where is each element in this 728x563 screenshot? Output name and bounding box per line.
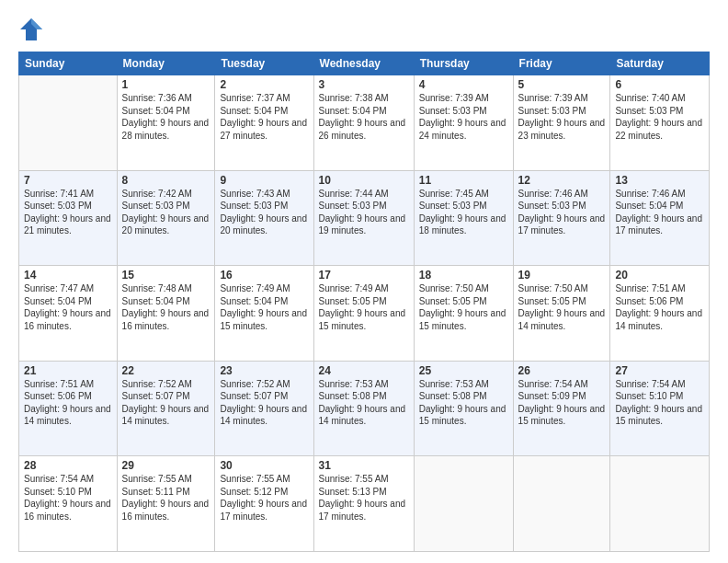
calendar-cell: 8Sunrise: 7:42 AM Sunset: 5:03 PM Daylig… xyxy=(117,170,215,266)
calendar-cell: 22Sunrise: 7:52 AM Sunset: 5:07 PM Dayli… xyxy=(117,361,215,456)
calendar-cell: 20Sunrise: 7:51 AM Sunset: 5:06 PM Dayli… xyxy=(610,266,710,362)
day-info: Sunrise: 7:51 AM Sunset: 5:06 PM Dayligh… xyxy=(615,282,704,332)
day-info: Sunrise: 7:39 AM Sunset: 5:03 PM Dayligh… xyxy=(518,92,606,142)
calendar-week-row: 7Sunrise: 7:41 AM Sunset: 5:03 PM Daylig… xyxy=(19,170,710,266)
logo-icon xyxy=(18,17,44,42)
day-number: 9 xyxy=(220,174,308,187)
day-info: Sunrise: 7:53 AM Sunset: 5:08 PM Dayligh… xyxy=(319,378,409,428)
day-number: 30 xyxy=(220,459,308,472)
calendar-cell: 25Sunrise: 7:53 AM Sunset: 5:08 PM Dayli… xyxy=(414,361,513,456)
day-info: Sunrise: 7:46 AM Sunset: 5:03 PM Dayligh… xyxy=(518,188,606,237)
calendar-cell xyxy=(19,75,118,171)
weekday-header-sunday: Sunday xyxy=(19,52,118,75)
page-header xyxy=(18,17,710,42)
day-info: Sunrise: 7:39 AM Sunset: 5:03 PM Dayligh… xyxy=(419,92,508,142)
day-info: Sunrise: 7:50 AM Sunset: 5:05 PM Dayligh… xyxy=(518,282,606,332)
day-number: 16 xyxy=(220,269,308,282)
day-number: 31 xyxy=(319,459,409,472)
calendar-week-row: 1Sunrise: 7:36 AM Sunset: 5:04 PM Daylig… xyxy=(19,75,710,171)
day-info: Sunrise: 7:42 AM Sunset: 5:03 PM Dayligh… xyxy=(122,188,210,237)
calendar-cell: 24Sunrise: 7:53 AM Sunset: 5:08 PM Dayli… xyxy=(313,361,414,456)
day-number: 29 xyxy=(122,459,210,472)
day-info: Sunrise: 7:49 AM Sunset: 5:05 PM Dayligh… xyxy=(319,282,409,332)
day-number: 15 xyxy=(122,269,210,282)
day-number: 14 xyxy=(24,269,112,282)
day-info: Sunrise: 7:51 AM Sunset: 5:06 PM Dayligh… xyxy=(24,378,112,428)
calendar-cell: 10Sunrise: 7:44 AM Sunset: 5:03 PM Dayli… xyxy=(313,170,414,266)
day-number: 6 xyxy=(615,78,704,91)
calendar-cell: 3Sunrise: 7:38 AM Sunset: 5:04 PM Daylig… xyxy=(313,75,414,171)
calendar-cell: 13Sunrise: 7:46 AM Sunset: 5:04 PM Dayli… xyxy=(610,170,710,266)
calendar-cell: 27Sunrise: 7:54 AM Sunset: 5:10 PM Dayli… xyxy=(610,361,710,456)
day-number: 10 xyxy=(319,174,409,187)
calendar-week-row: 21Sunrise: 7:51 AM Sunset: 5:06 PM Dayli… xyxy=(19,361,710,456)
logo xyxy=(18,17,48,42)
day-info: Sunrise: 7:55 AM Sunset: 5:11 PM Dayligh… xyxy=(122,473,210,523)
day-number: 13 xyxy=(615,174,704,187)
calendar-cell: 30Sunrise: 7:55 AM Sunset: 5:12 PM Dayli… xyxy=(215,456,313,552)
day-number: 23 xyxy=(220,364,308,377)
day-info: Sunrise: 7:46 AM Sunset: 5:04 PM Dayligh… xyxy=(615,188,704,237)
day-info: Sunrise: 7:52 AM Sunset: 5:07 PM Dayligh… xyxy=(122,378,210,428)
day-info: Sunrise: 7:43 AM Sunset: 5:03 PM Dayligh… xyxy=(220,188,308,237)
day-info: Sunrise: 7:37 AM Sunset: 5:04 PM Dayligh… xyxy=(220,92,308,142)
calendar-cell: 28Sunrise: 7:54 AM Sunset: 5:10 PM Dayli… xyxy=(19,456,118,552)
day-info: Sunrise: 7:55 AM Sunset: 5:12 PM Dayligh… xyxy=(220,473,308,523)
calendar-cell: 31Sunrise: 7:55 AM Sunset: 5:13 PM Dayli… xyxy=(313,456,414,552)
day-number: 11 xyxy=(419,174,508,187)
day-number: 21 xyxy=(24,364,112,377)
day-info: Sunrise: 7:36 AM Sunset: 5:04 PM Dayligh… xyxy=(122,92,210,142)
day-number: 22 xyxy=(122,364,210,377)
day-number: 18 xyxy=(419,269,508,282)
day-number: 8 xyxy=(122,174,210,187)
day-number: 28 xyxy=(24,459,112,472)
day-number: 2 xyxy=(220,78,308,91)
day-info: Sunrise: 7:54 AM Sunset: 5:09 PM Dayligh… xyxy=(518,378,606,428)
calendar-cell: 9Sunrise: 7:43 AM Sunset: 5:03 PM Daylig… xyxy=(215,170,313,266)
calendar-cell: 26Sunrise: 7:54 AM Sunset: 5:09 PM Dayli… xyxy=(513,361,610,456)
calendar-cell: 19Sunrise: 7:50 AM Sunset: 5:05 PM Dayli… xyxy=(513,266,610,362)
day-info: Sunrise: 7:41 AM Sunset: 5:03 PM Dayligh… xyxy=(24,188,112,237)
calendar-cell: 17Sunrise: 7:49 AM Sunset: 5:05 PM Dayli… xyxy=(313,266,414,362)
calendar-cell: 12Sunrise: 7:46 AM Sunset: 5:03 PM Dayli… xyxy=(513,170,610,266)
day-info: Sunrise: 7:49 AM Sunset: 5:04 PM Dayligh… xyxy=(220,282,308,332)
day-info: Sunrise: 7:54 AM Sunset: 5:10 PM Dayligh… xyxy=(24,473,112,523)
calendar-cell: 5Sunrise: 7:39 AM Sunset: 5:03 PM Daylig… xyxy=(513,75,610,171)
day-info: Sunrise: 7:44 AM Sunset: 5:03 PM Dayligh… xyxy=(319,188,409,237)
day-number: 25 xyxy=(419,364,508,377)
weekday-header-row: SundayMondayTuesdayWednesdayThursdayFrid… xyxy=(19,52,710,75)
calendar-cell: 1Sunrise: 7:36 AM Sunset: 5:04 PM Daylig… xyxy=(117,75,215,171)
weekday-header-thursday: Thursday xyxy=(414,52,513,75)
calendar-page: SundayMondayTuesdayWednesdayThursdayFrid… xyxy=(0,0,728,563)
weekday-header-friday: Friday xyxy=(513,52,610,75)
calendar-cell: 11Sunrise: 7:45 AM Sunset: 5:03 PM Dayli… xyxy=(414,170,513,266)
day-number: 1 xyxy=(122,78,210,91)
weekday-header-wednesday: Wednesday xyxy=(313,52,414,75)
day-number: 7 xyxy=(24,174,112,187)
calendar-week-row: 14Sunrise: 7:47 AM Sunset: 5:04 PM Dayli… xyxy=(19,266,710,362)
day-number: 19 xyxy=(518,269,606,282)
calendar-cell: 23Sunrise: 7:52 AM Sunset: 5:07 PM Dayli… xyxy=(215,361,313,456)
day-info: Sunrise: 7:53 AM Sunset: 5:08 PM Dayligh… xyxy=(419,378,508,428)
calendar-cell: 7Sunrise: 7:41 AM Sunset: 5:03 PM Daylig… xyxy=(19,170,118,266)
day-info: Sunrise: 7:40 AM Sunset: 5:03 PM Dayligh… xyxy=(615,92,704,142)
day-number: 20 xyxy=(615,269,704,282)
weekday-header-saturday: Saturday xyxy=(610,52,710,75)
calendar-cell: 16Sunrise: 7:49 AM Sunset: 5:04 PM Dayli… xyxy=(215,266,313,362)
calendar-cell: 2Sunrise: 7:37 AM Sunset: 5:04 PM Daylig… xyxy=(215,75,313,171)
day-number: 5 xyxy=(518,78,606,91)
calendar-cell: 21Sunrise: 7:51 AM Sunset: 5:06 PM Dayli… xyxy=(19,361,118,456)
calendar-cell: 6Sunrise: 7:40 AM Sunset: 5:03 PM Daylig… xyxy=(610,75,710,171)
day-number: 24 xyxy=(319,364,409,377)
day-info: Sunrise: 7:52 AM Sunset: 5:07 PM Dayligh… xyxy=(220,378,308,428)
day-info: Sunrise: 7:45 AM Sunset: 5:03 PM Dayligh… xyxy=(419,188,508,237)
calendar-week-row: 28Sunrise: 7:54 AM Sunset: 5:10 PM Dayli… xyxy=(19,456,710,552)
calendar-cell xyxy=(610,456,710,552)
day-number: 17 xyxy=(319,269,409,282)
day-info: Sunrise: 7:47 AM Sunset: 5:04 PM Dayligh… xyxy=(24,282,112,332)
day-info: Sunrise: 7:54 AM Sunset: 5:10 PM Dayligh… xyxy=(615,378,704,428)
calendar-cell xyxy=(414,456,513,552)
calendar-table: SundayMondayTuesdayWednesdayThursdayFrid… xyxy=(18,52,710,552)
weekday-header-monday: Monday xyxy=(117,52,215,75)
day-number: 12 xyxy=(518,174,606,187)
